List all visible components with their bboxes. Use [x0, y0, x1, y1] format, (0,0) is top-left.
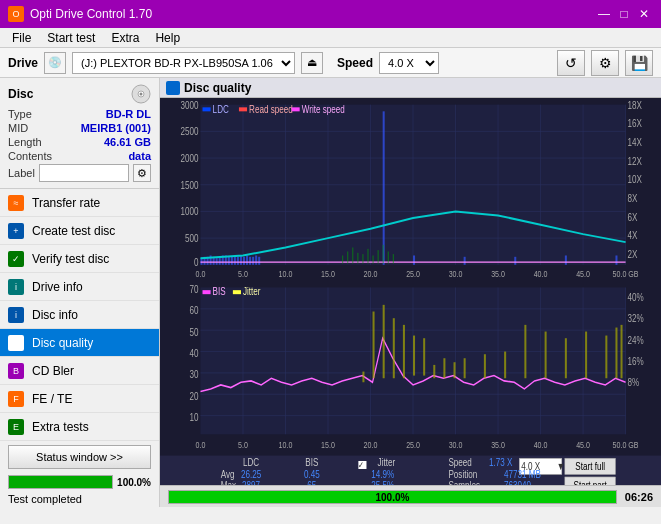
nav-drive-info-label: Drive info — [32, 280, 83, 294]
minimize-button[interactable]: — — [595, 5, 613, 23]
nav-cd-bler-label: CD Bler — [32, 364, 74, 378]
svg-text:3000: 3000 — [180, 99, 198, 111]
charts-area: 3000 2500 2000 1500 1000 500 0 18X 16X 1… — [160, 98, 661, 485]
svg-text:1500: 1500 — [180, 179, 198, 191]
label-input[interactable] — [39, 164, 129, 182]
svg-text:2X: 2X — [628, 248, 638, 260]
close-button[interactable]: ✕ — [635, 5, 653, 23]
drive-icon-btn[interactable]: 💿 — [44, 52, 66, 74]
svg-text:▼: ▼ — [557, 460, 565, 472]
svg-text:Read speed: Read speed — [249, 103, 293, 115]
svg-rect-65 — [514, 257, 516, 265]
refresh-button[interactable]: ↺ — [557, 50, 585, 76]
nav-disc-info-label: Disc info — [32, 308, 78, 322]
nav-drive-info[interactable]: i Drive info — [0, 273, 159, 301]
nav-transfer-rate[interactable]: ≈ Transfer rate — [0, 189, 159, 217]
disc-type-label: Type — [8, 108, 32, 120]
nav-disc-quality[interactable]: ★ Disc quality — [0, 329, 159, 357]
nav-disc-info[interactable]: i Disc info — [0, 301, 159, 329]
disc-quality-title: Disc quality — [184, 81, 251, 95]
svg-text:40.0: 40.0 — [534, 439, 548, 450]
svg-rect-121 — [233, 290, 241, 294]
svg-rect-62 — [383, 111, 385, 264]
svg-rect-130 — [433, 365, 435, 378]
progress-bar — [8, 475, 113, 489]
svg-rect-124 — [373, 312, 375, 379]
settings-button[interactable]: ⚙ — [591, 50, 619, 76]
svg-text:1.73 X: 1.73 X — [489, 456, 513, 468]
drive-label: Drive — [8, 56, 38, 70]
disc-quality-header: Disc quality — [160, 78, 661, 98]
svg-text:6X: 6X — [628, 211, 638, 223]
verify-test-disc-icon: ✓ — [8, 251, 24, 267]
svg-text:5.0: 5.0 — [238, 268, 248, 279]
svg-text:25.5%: 25.5% — [371, 479, 394, 485]
svg-text:18X: 18X — [628, 99, 643, 111]
drive-select[interactable]: (J:) PLEXTOR BD-R PX-LB950SA 1.06 — [72, 52, 295, 74]
nav-transfer-rate-label: Transfer rate — [32, 196, 100, 210]
save-button[interactable]: 💾 — [625, 50, 653, 76]
svg-text:LDC: LDC — [213, 103, 229, 115]
menu-extra[interactable]: Extra — [103, 29, 147, 47]
svg-rect-40 — [292, 107, 300, 111]
svg-rect-127 — [403, 325, 405, 378]
eject-button[interactable]: ⏏ — [301, 52, 323, 74]
svg-text:2897: 2897 — [242, 479, 260, 485]
svg-text:30.0: 30.0 — [449, 268, 463, 279]
svg-rect-129 — [423, 338, 425, 375]
svg-rect-128 — [413, 336, 415, 376]
svg-rect-132 — [454, 362, 456, 378]
svg-text:40%: 40% — [628, 291, 645, 303]
svg-rect-142 — [621, 325, 623, 378]
svg-text:500: 500 — [185, 232, 199, 244]
drive-bar: Drive 💿 (J:) PLEXTOR BD-R PX-LB950SA 1.0… — [0, 48, 661, 78]
svg-rect-136 — [524, 325, 526, 378]
label-button[interactable]: ⚙ — [133, 164, 151, 182]
title-bar: O Opti Drive Control 1.70 — □ ✕ — [0, 0, 661, 28]
svg-text:16X: 16X — [628, 117, 643, 129]
svg-rect-59 — [252, 257, 254, 265]
status-window-button[interactable]: Status window >> — [8, 445, 151, 469]
disc-info-icon: i — [8, 307, 24, 323]
svg-rect-66 — [565, 255, 567, 264]
svg-text:20: 20 — [189, 389, 198, 401]
nav-cd-bler[interactable]: B CD Bler — [0, 357, 159, 385]
menu-start-test[interactable]: Start test — [39, 29, 103, 47]
svg-text:✓: ✓ — [358, 459, 364, 470]
svg-rect-72 — [362, 254, 363, 263]
disc-mid-label: MID — [8, 122, 28, 134]
svg-text:20.0: 20.0 — [364, 439, 378, 450]
svg-text:10.0: 10.0 — [279, 439, 293, 450]
maximize-button[interactable]: □ — [615, 5, 633, 23]
svg-rect-57 — [246, 255, 248, 264]
disc-icon — [131, 84, 151, 104]
svg-text:Jitter: Jitter — [243, 285, 261, 297]
svg-text:4X: 4X — [628, 229, 638, 241]
svg-rect-67 — [615, 255, 617, 264]
svg-text:50.0 GB: 50.0 GB — [613, 268, 639, 279]
svg-text:10.0: 10.0 — [279, 268, 293, 279]
disc-contents-row: Contents data — [8, 150, 151, 162]
svg-text:Samples: Samples — [448, 479, 480, 485]
svg-rect-48 — [219, 257, 221, 265]
menu-help[interactable]: Help — [147, 29, 188, 47]
svg-rect-137 — [545, 332, 547, 379]
svg-text:8%: 8% — [628, 376, 640, 388]
svg-rect-70 — [352, 247, 353, 263]
svg-rect-138 — [565, 338, 567, 378]
menu-file[interactable]: File — [4, 29, 39, 47]
svg-text:50.0 GB: 50.0 GB — [613, 439, 639, 450]
nav-fe-te[interactable]: F FE / TE — [0, 385, 159, 413]
nav-extra-tests[interactable]: E Extra tests — [0, 413, 159, 441]
bottom-progress-bar: 100.0% — [168, 490, 617, 504]
svg-rect-73 — [367, 249, 368, 264]
svg-rect-63 — [413, 255, 415, 264]
nav-create-test-disc[interactable]: + Create test disc — [0, 217, 159, 245]
speed-select[interactable]: 4.0 X — [379, 52, 439, 74]
svg-rect-133 — [464, 358, 466, 378]
nav-verify-test-disc[interactable]: ✓ Verify test disc — [0, 245, 159, 273]
nav-fe-te-label: FE / TE — [32, 392, 72, 406]
svg-text:35.0: 35.0 — [491, 268, 505, 279]
svg-text:5.0: 5.0 — [238, 439, 248, 450]
svg-rect-75 — [378, 250, 379, 263]
